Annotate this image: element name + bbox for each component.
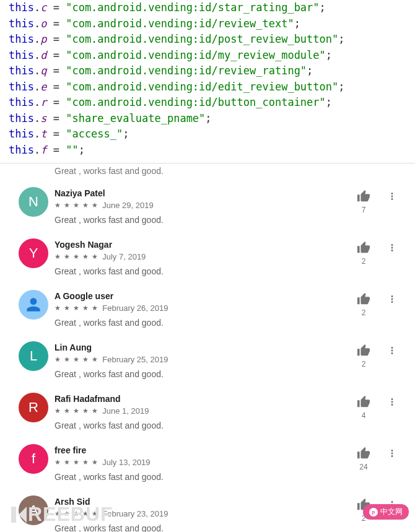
review-date: July 7, 2019 <box>102 252 146 261</box>
more-vertical-icon <box>387 294 398 305</box>
more-vertical-icon <box>387 345 398 356</box>
like-button[interactable]: 7 <box>357 190 370 214</box>
avatar[interactable]: N <box>19 187 48 217</box>
review-text: Great , works fast and good. <box>55 369 398 379</box>
star-rating: ★ ★ ★ ★ ★ <box>55 355 98 364</box>
review-item: ffree fire★ ★ ★ ★ ★July 13, 2019Great , … <box>0 439 415 491</box>
like-button[interactable]: 2 <box>357 292 370 317</box>
reviewer-name: Naziya Patel <box>55 188 398 198</box>
star-rating: ★ ★ ★ ★ ★ <box>55 458 98 466</box>
avatar-initial: f <box>32 451 35 467</box>
reviewer-name: free fire <box>55 445 398 455</box>
watermark-right: p 中文网 <box>363 504 409 520</box>
avatar-initial: R <box>28 399 38 416</box>
more-vertical-icon <box>387 242 398 253</box>
thumb-up-icon <box>357 292 370 306</box>
avatar-initial: Y <box>29 245 38 261</box>
like-button[interactable]: 2 <box>357 344 370 368</box>
review-text: Great , works fast and good. <box>55 215 398 225</box>
thumb-up-icon <box>357 241 370 255</box>
like-button[interactable]: 2 <box>357 241 370 266</box>
more-options-button[interactable] <box>387 345 398 359</box>
avatar[interactable]: L <box>19 341 48 371</box>
like-count: 7 <box>362 206 366 214</box>
review-item: LLin Aung★ ★ ★ ★ ★February 25, 2019Great… <box>0 336 415 388</box>
like-button[interactable]: 24 <box>357 447 370 471</box>
star-rating: ★ ★ ★ ★ ★ <box>55 407 98 415</box>
silhouette-icon <box>24 295 43 315</box>
like-count: 24 <box>359 463 367 471</box>
thumb-up-icon <box>357 344 370 357</box>
more-vertical-icon <box>387 191 398 202</box>
like-button[interactable]: 4 <box>357 395 370 420</box>
like-count: 4 <box>362 411 366 420</box>
review-item: RRafi Hadafmand★ ★ ★ ★ ★June 1, 2019Grea… <box>0 388 415 439</box>
review-item: YYogesh Nagar★ ★ ★ ★ ★July 7, 2019Great … <box>0 233 415 285</box>
watermark-left: REEBUF <box>11 503 113 526</box>
php-logo-icon: p <box>369 508 378 517</box>
thumb-up-icon <box>357 190 370 203</box>
like-count: 2 <box>362 257 366 266</box>
more-vertical-icon <box>387 396 398 408</box>
avatar[interactable] <box>19 290 48 320</box>
reviews-list: Great , works fast and good. NNaziya Pat… <box>0 164 415 532</box>
avatar-initial: L <box>30 348 37 364</box>
review-item: A Google user★ ★ ★ ★ ★February 26, 2019G… <box>0 285 415 336</box>
star-rating: ★ ★ ★ ★ ★ <box>55 201 98 209</box>
thumb-up-icon <box>357 447 370 460</box>
avatar[interactable]: R <box>19 393 48 422</box>
more-options-button[interactable] <box>387 448 398 461</box>
review-date: February 25, 2019 <box>102 355 168 364</box>
reviewer-name: A Google user <box>55 291 398 301</box>
star-rating: ★ ★ ★ ★ ★ <box>55 253 98 261</box>
review-date: June 1, 2019 <box>102 406 149 416</box>
review-item: NNaziya Patel★ ★ ★ ★ ★June 29, 2019Great… <box>0 182 415 233</box>
avatar-initial: N <box>28 194 38 210</box>
code-block: this.c = "com.android.vending:id/star_ra… <box>0 0 415 164</box>
more-options-button[interactable] <box>387 396 398 410</box>
review-date: July 13, 2019 <box>102 458 150 467</box>
review-date: June 29, 2019 <box>102 201 153 210</box>
reviewer-name: Rafi Hadafmand <box>55 394 398 404</box>
review-text: Great , works fast and good. <box>55 421 398 430</box>
reviewer-name: Lin Aung <box>55 342 398 352</box>
avatar[interactable]: Y <box>19 238 48 268</box>
more-options-button[interactable] <box>387 294 398 307</box>
more-options-button[interactable] <box>387 242 398 256</box>
review-text: Great , works fast and good. <box>55 472 398 482</box>
like-count: 2 <box>362 308 366 317</box>
star-rating: ★ ★ ★ ★ ★ <box>55 304 98 312</box>
review-text: Great , works fast and good. <box>55 266 398 276</box>
reviewer-name: Yogesh Nagar <box>55 240 398 250</box>
review-text: Great , works fast and good. <box>55 318 398 328</box>
thumb-up-icon <box>357 395 370 409</box>
review-date: February 26, 2019 <box>102 303 168 313</box>
avatar[interactable]: f <box>19 444 48 474</box>
like-count: 2 <box>362 360 366 368</box>
partial-review-text: Great , works fast and good. <box>55 166 415 176</box>
more-vertical-icon <box>387 448 398 459</box>
more-options-button[interactable] <box>387 191 398 204</box>
